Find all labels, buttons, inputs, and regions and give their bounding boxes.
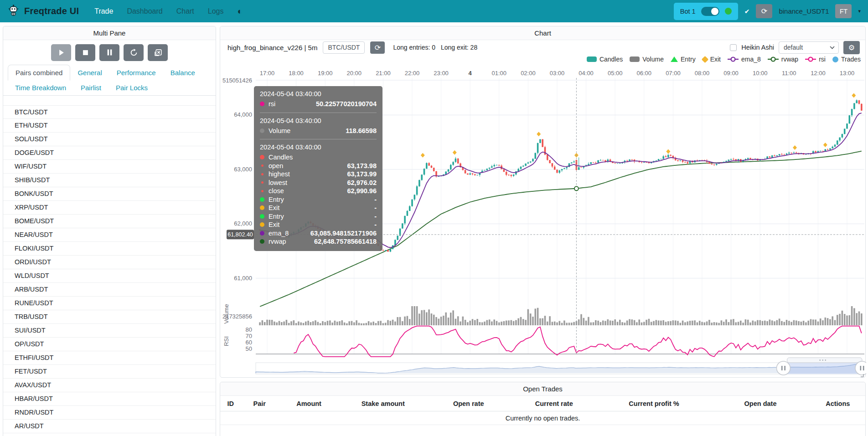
- pair-row-sol-usdt[interactable]: SOL/USDT: [3, 133, 216, 146]
- pair-row-xrp-usdt[interactable]: XRP/USDT: [3, 201, 216, 215]
- open-trades-panel: Open Trades IDPairAmountStake amountOpen…: [220, 382, 866, 436]
- nav-item-trade[interactable]: Trade: [94, 7, 113, 15]
- pair-row-arb-usdt[interactable]: ARB/USDT: [3, 283, 216, 297]
- column-header-current-profit--: Current profit %: [598, 400, 711, 407]
- pair-row-rune-usdt[interactable]: RUNE/USDT: [3, 297, 216, 310]
- pair-row-floki-usdt[interactable]: FLOKI/USDT: [3, 242, 216, 256]
- tab-balance[interactable]: Balance: [163, 65, 202, 80]
- tab-performance[interactable]: Performance: [109, 65, 163, 80]
- tab-pairs-combined[interactable]: Pairs combined: [8, 65, 70, 81]
- multi-pane-tabs: Pairs combinedGeneralPerformanceBalanceT…: [3, 65, 216, 96]
- pair-row-op-usdt[interactable]: OP/USDT: [3, 338, 216, 351]
- pair-row-ethfi-usdt[interactable]: ETHFI/USDT: [3, 351, 216, 365]
- svg-text:06:00: 06:00: [637, 70, 652, 77]
- start-bot-button[interactable]: [51, 44, 71, 61]
- bot-selector[interactable]: Bot 1: [674, 3, 738, 20]
- forget-bot-button[interactable]: [148, 44, 168, 61]
- pair-row-bome-usdt[interactable]: BOME/USDT: [3, 215, 216, 228]
- heikin-ashi-label: Heikin Ashi: [741, 44, 774, 51]
- pair-row-doge-usdt[interactable]: DOGE/USDT: [3, 146, 216, 160]
- tooltip-row-entry: Entry-: [260, 212, 377, 221]
- legend-label: Volume: [642, 56, 664, 63]
- column-header-open-date: Open date: [710, 400, 810, 407]
- pair-row-ordi-usdt[interactable]: ORDI/USDT: [3, 256, 216, 269]
- legend-item-exit[interactable]: Exit: [703, 56, 721, 63]
- theme-toggle-icon[interactable]: ◐: [238, 7, 243, 15]
- user-avatar[interactable]: FT: [835, 4, 852, 18]
- pair-row-ar-usdt[interactable]: AR/USDT: [3, 420, 216, 433]
- legend-item-entry[interactable]: Entry: [671, 56, 696, 63]
- pause-bot-button[interactable]: [99, 44, 119, 61]
- legend-item-rvwap[interactable]: rvwap: [768, 56, 798, 63]
- pair-row-avax-usdt[interactable]: AVAX/USDT: [3, 379, 216, 392]
- pair-row-wif-usdt[interactable]: WIF/USDT: [3, 160, 216, 174]
- multi-pane-panel: Multi Pane Pairs combinedGeneralPerforma…: [3, 26, 216, 436]
- user-menu-caret-icon[interactable]: ▾: [858, 8, 861, 14]
- series-marker-icon: [261, 190, 264, 192]
- tab-general[interactable]: General: [70, 65, 109, 80]
- pair-row-btc-usdt[interactable]: BTC/USDT: [3, 105, 216, 119]
- pair-row-near-usdt[interactable]: NEAR/USDT: [3, 228, 216, 242]
- tab-pair-locks[interactable]: Pair Locks: [108, 80, 155, 95]
- nav-item-logs[interactable]: Logs: [208, 7, 224, 15]
- legend-item-rsi[interactable]: rsi: [805, 56, 826, 63]
- plot-settings-gear-button[interactable]: ⚙: [843, 41, 860, 54]
- tooltip-row-exit: Exit-: [260, 204, 377, 212]
- tooltip-row-entry: Entry-: [260, 195, 377, 204]
- column-header-actions: Actions: [811, 400, 865, 407]
- pair-row-wld-usdt[interactable]: WLD/USDT: [3, 269, 216, 283]
- chart-legend: CandlesVolumeEntryExitema_8rvwaprsiTrade…: [587, 55, 861, 64]
- svg-text:62,000: 62,000: [234, 220, 252, 227]
- tooltip-row-rsi: rsi50.22577020190704: [260, 100, 377, 108]
- pair-row-hbar-usdt[interactable]: HBAR/USDT: [3, 392, 216, 406]
- svg-text:18:00: 18:00: [289, 70, 304, 77]
- pair-list[interactable]: BTC/USDTETH/USDTSOL/USDTDOGE/USDTWIF/USD…: [3, 105, 216, 433]
- reload-bot-button[interactable]: ⟳: [756, 4, 772, 18]
- top-navbar: Freqtrade UI TradeDashboardChartLogs ◐ B…: [0, 0, 868, 22]
- nav-item-chart[interactable]: Chart: [176, 7, 194, 15]
- pair-row-eth-usdt[interactable]: ETH/USDT: [3, 119, 216, 133]
- legend-item-trades[interactable]: Trades: [832, 56, 861, 63]
- tooltip-section: 2024-05-04 03:40:00Candlesopen63,173.98h…: [260, 139, 377, 246]
- bot-online-indicator: [725, 8, 732, 15]
- pair-row-rndr-usdt[interactable]: RNDR/USDT: [3, 406, 216, 420]
- legend-label: Candles: [599, 56, 623, 63]
- reload-config-button[interactable]: [124, 44, 144, 61]
- pair-row-shib-usdt[interactable]: SHIB/USDT: [3, 174, 216, 187]
- legend-item-volume[interactable]: Volume: [630, 56, 664, 63]
- ema_8-legend-icon: [728, 56, 739, 62]
- tooltip-row-rvwap: rvwap62,648.75785661418: [260, 237, 377, 246]
- volume-legend-icon: [630, 56, 640, 62]
- open-trades-table: IDPairAmountStake amountOpen rateCurrent…: [220, 396, 865, 425]
- tooltip-row-close: close62,990.96: [260, 187, 377, 195]
- pair-row-trb-usdt[interactable]: TRB/USDT: [3, 310, 216, 324]
- legend-item-ema_8[interactable]: ema_8: [728, 56, 761, 63]
- svg-text:50: 50: [246, 345, 252, 352]
- refresh-chart-button[interactable]: ⟳: [370, 41, 385, 54]
- candles-legend-icon: [587, 56, 597, 62]
- tab-pairlist[interactable]: Pairlist: [73, 80, 108, 95]
- svg-text:Volume: Volume: [223, 304, 230, 323]
- nav-item-dashboard[interactable]: Dashboard: [127, 7, 162, 15]
- pair-row-fet-usdt[interactable]: FET/USDT: [3, 365, 216, 379]
- bot-label: Bot 1: [680, 8, 696, 15]
- svg-text:61,802.40: 61,802.40: [227, 231, 253, 238]
- svg-text:04:00: 04:00: [579, 70, 594, 77]
- stop-bot-button[interactable]: [75, 44, 95, 61]
- pair-row-bonk-usdt[interactable]: BONK/USDT: [3, 187, 216, 201]
- heikin-ashi-checkbox[interactable]: [730, 44, 737, 51]
- svg-text:08:00: 08:00: [695, 70, 710, 77]
- tooltip-row-ema_8: ema_863,085.948152171906: [260, 229, 377, 238]
- pair-select[interactable]: BTC/USDT: [323, 41, 365, 54]
- pair-row-sui-usdt[interactable]: SUI/USDT: [3, 324, 216, 338]
- legend-item-candles[interactable]: Candles: [587, 56, 623, 63]
- trades-legend-icon: [832, 56, 838, 62]
- legend-label: ema_8: [741, 56, 761, 63]
- tab-time-breakdown[interactable]: Time Breakdown: [8, 80, 73, 95]
- plot-config-select[interactable]: default: [779, 41, 839, 54]
- svg-text:515051426: 515051426: [222, 77, 252, 84]
- nav-links: TradeDashboardChartLogs: [94, 7, 223, 15]
- brand[interactable]: Freqtrade UI: [7, 4, 79, 18]
- tooltip-row-open: open63,173.98: [260, 162, 377, 170]
- bot-toggle[interactable]: [701, 7, 719, 16]
